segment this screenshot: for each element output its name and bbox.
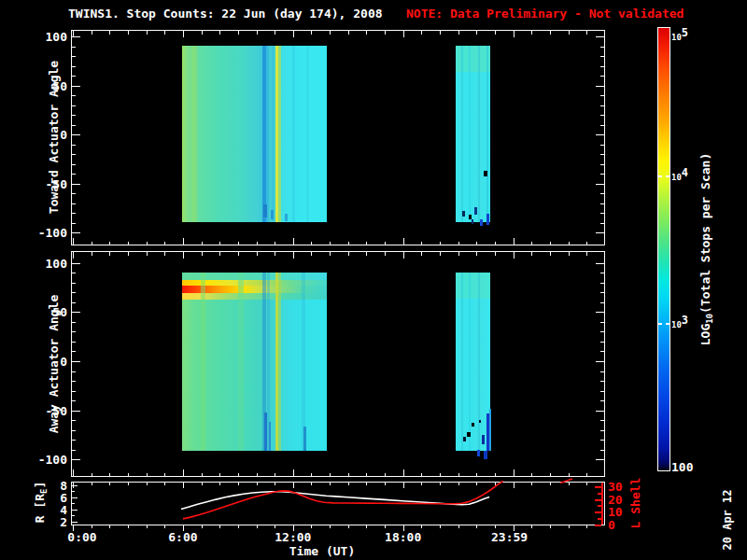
toward-spectrogram-block bbox=[456, 46, 490, 222]
y-tick bbox=[600, 420, 604, 421]
x-tick bbox=[550, 483, 551, 485]
x-tick bbox=[476, 473, 477, 477]
x-tick bbox=[183, 483, 184, 488]
x-tick bbox=[514, 31, 514, 37]
y-tick bbox=[600, 351, 604, 352]
x-tick bbox=[128, 483, 129, 485]
y-tick bbox=[72, 134, 80, 135]
x-tick bbox=[311, 473, 312, 477]
y-tick bbox=[600, 331, 604, 332]
colorbar-tick bbox=[658, 323, 662, 325]
y-tick bbox=[72, 371, 76, 372]
x-tick bbox=[569, 483, 570, 485]
spectrogram-speck bbox=[467, 432, 471, 437]
y-tick bbox=[596, 232, 604, 233]
x-tick bbox=[257, 242, 258, 245]
x-tick bbox=[385, 525, 386, 528]
x-tick bbox=[531, 31, 532, 35]
x-tick bbox=[128, 525, 129, 528]
x-tick bbox=[128, 473, 129, 477]
x-tick bbox=[495, 242, 496, 245]
x-tick bbox=[440, 525, 441, 528]
spectrogram-stripe bbox=[238, 273, 244, 451]
x-tick bbox=[514, 469, 514, 476]
y-tick bbox=[596, 36, 604, 37]
spectrogram-speck bbox=[269, 422, 271, 451]
y-tick bbox=[596, 86, 604, 87]
spectrogram-stripe bbox=[461, 273, 463, 451]
y-tick bbox=[72, 66, 76, 67]
x-tick bbox=[330, 525, 331, 528]
x-tick bbox=[366, 242, 367, 245]
x-tick bbox=[348, 252, 349, 256]
x-tick bbox=[275, 252, 275, 256]
x-tick bbox=[275, 483, 275, 485]
x-tick bbox=[366, 31, 367, 35]
y-tick bbox=[72, 400, 76, 401]
x-tick bbox=[550, 525, 551, 528]
y-tick bbox=[600, 95, 604, 96]
x-tick bbox=[476, 252, 477, 256]
x-tick bbox=[92, 31, 92, 35]
y-tick bbox=[600, 302, 604, 303]
x-tick bbox=[128, 31, 129, 35]
colorbar-gradient bbox=[658, 28, 669, 470]
spectrogram-stripe bbox=[278, 273, 281, 451]
y-tick bbox=[72, 283, 76, 284]
x-tick bbox=[257, 252, 258, 256]
colorbar-tick-label: 100 bbox=[671, 461, 693, 473]
y-tick-label: 0 bbox=[35, 356, 67, 368]
spectrogram-speck bbox=[480, 219, 483, 226]
spectrogram-stripe bbox=[266, 46, 269, 222]
x-tick bbox=[366, 525, 367, 528]
x-tick bbox=[311, 242, 312, 245]
x-tick bbox=[440, 483, 441, 485]
lshell-tick bbox=[598, 493, 601, 495]
x-tick bbox=[385, 252, 386, 256]
x-tick bbox=[238, 31, 239, 35]
x-tick bbox=[219, 525, 220, 528]
x-tick bbox=[569, 473, 570, 477]
colorbar-tick bbox=[658, 175, 662, 177]
x-tick bbox=[73, 469, 74, 476]
x-tick bbox=[495, 473, 496, 477]
y-tick bbox=[600, 115, 604, 116]
x-tick bbox=[109, 525, 110, 528]
spectrogram-stripe bbox=[292, 46, 295, 222]
y-tick bbox=[72, 154, 76, 155]
x-tick bbox=[586, 242, 587, 245]
y-tick-label: 50 bbox=[35, 306, 67, 318]
colorbar-tick bbox=[666, 323, 669, 325]
spectrogram-speck bbox=[484, 171, 487, 176]
lshell-tick-label: 0 bbox=[608, 518, 615, 530]
x-tick bbox=[586, 252, 587, 256]
y-tick bbox=[72, 203, 76, 204]
x-tick bbox=[164, 242, 165, 245]
x-tick bbox=[569, 242, 570, 245]
y-tick bbox=[596, 411, 604, 412]
spectrogram-speck bbox=[462, 211, 465, 217]
y-tick-label: 0 bbox=[35, 129, 67, 141]
spectrogram-stripe bbox=[469, 273, 471, 451]
y-tick bbox=[600, 381, 604, 382]
x-tick bbox=[164, 483, 165, 485]
x-tick bbox=[183, 252, 184, 259]
x-tick-label: 0:00 bbox=[67, 531, 96, 543]
x-tick bbox=[202, 525, 203, 528]
y-tick bbox=[72, 331, 76, 332]
y-tick bbox=[600, 440, 604, 441]
r-tick bbox=[72, 485, 78, 486]
x-tick bbox=[586, 473, 587, 477]
y-tick bbox=[72, 145, 76, 146]
y-tick bbox=[72, 381, 76, 382]
time-axis-title: Time (UT) bbox=[289, 545, 355, 557]
y-tick bbox=[72, 391, 76, 392]
x-tick bbox=[92, 483, 92, 485]
spectrogram-speck bbox=[263, 204, 267, 217]
x-tick bbox=[238, 252, 239, 256]
spectrogram-speck bbox=[489, 409, 491, 451]
x-tick bbox=[147, 31, 148, 35]
y-tick bbox=[72, 351, 76, 352]
y-tick bbox=[600, 430, 604, 431]
spectrogram-speck bbox=[303, 427, 306, 451]
